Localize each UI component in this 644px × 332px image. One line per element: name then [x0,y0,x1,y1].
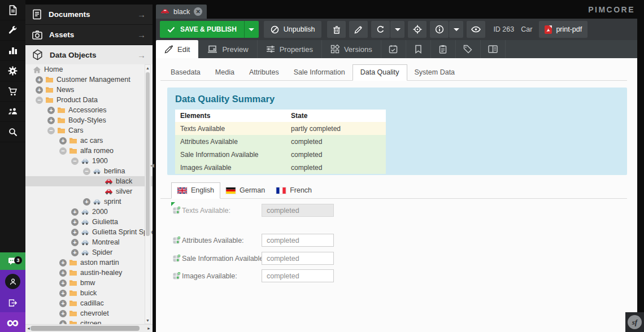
reload-button[interactable] [371,21,390,38]
expand-icon[interactable]: + [59,290,67,297]
tree-vertical-scrollbar[interactable]: ▲ ▼ [145,64,151,324]
tree-item-2000[interactable]: +2000 [25,207,153,217]
accordion-documents[interactable]: Documents → [25,5,153,25]
field-value-input[interactable]: completed [262,234,334,247]
tree-item-cars[interactable]: −Cars [25,125,153,136]
expand-icon[interactable]: + [59,269,67,277]
expand-icon[interactable]: + [36,86,43,94]
preview-eye-button[interactable] [467,21,485,38]
collapse-icon[interactable]: − [71,158,79,165]
info-options-dropdown[interactable] [449,21,463,38]
expand-icon[interactable]: + [59,137,67,145]
expand-icon[interactable]: + [71,249,79,256]
language-tab-french[interactable]: French [271,183,317,198]
save-publish-button[interactable]: SAVE & PUBLISH [160,21,244,38]
search-menu-button[interactable] [0,122,25,142]
tree-item-gulietta-sprint-specia[interactable]: +Gulietta Sprint Specia [25,227,153,237]
notifications-button[interactable]: 3 [0,252,25,270]
tags-button[interactable] [456,40,481,58]
logout-button[interactable] [0,293,25,312]
expand-icon[interactable]: + [59,300,67,307]
tree-item-berlina[interactable]: −berlina [25,166,153,176]
field-value-input[interactable]: completed [262,269,334,282]
tab-preview[interactable]: Preview [199,40,257,58]
rename-button[interactable] [349,21,368,38]
unpublish-button[interactable]: Unpublish [264,21,322,38]
horizontal-scroll-thumb[interactable] [31,326,140,331]
layout-button[interactable] [481,40,506,58]
tree-item-product-data[interactable]: −Product Data [25,95,153,105]
marketing-menu-button[interactable] [0,41,25,61]
expand-icon[interactable]: + [59,259,67,267]
collapse-icon[interactable]: − [36,97,43,104]
vertical-scroll-thumb[interactable] [146,72,150,236]
scroll-down-icon[interactable]: ▼ [145,318,150,322]
expand-icon[interactable]: + [71,229,79,236]
scroll-right-icon[interactable]: ► [147,326,151,330]
tree-item-austin-healey[interactable]: +austin-healey [25,268,153,278]
expand-icon[interactable]: + [59,310,67,317]
expand-icon[interactable]: + [71,208,79,216]
reload-options-dropdown[interactable] [390,21,404,38]
content-tab-basedata[interactable]: Basedata [163,65,208,80]
accordion-assets[interactable]: Assets → [25,25,153,45]
schedule-button[interactable] [381,40,406,58]
customers-menu-button[interactable] [0,102,25,122]
content-tab-system-data[interactable]: System Data [407,65,463,80]
tree-item-ac-cars[interactable]: +ac cars [25,136,153,146]
tab-versions[interactable]: Versions [322,40,381,58]
notes-button[interactable] [406,40,431,58]
collapse-icon[interactable]: − [83,168,90,175]
open-object-tab[interactable]: black ✕ [156,5,207,19]
field-value-input[interactable]: completed [262,252,334,265]
tree-item-buick[interactable]: +buick [25,288,153,298]
user-profile-button[interactable] [0,270,25,293]
tree-item-alfa-romeo[interactable]: −alfa romeo [25,146,153,156]
tab-edit[interactable]: Edit [156,40,198,58]
tree-item-silver[interactable]: silver [25,186,153,196]
scroll-up-icon[interactable]: ▲ [145,66,150,70]
tree-item-cadillac[interactable]: +cadillac [25,298,153,308]
settings-menu-button[interactable] [0,61,25,81]
tree-item-accessories[interactable]: +Accessories [25,105,153,115]
tree-item-bmw[interactable]: +bmw [25,278,153,288]
locate-in-tree-button[interactable] [408,21,427,38]
tree-item-home[interactable]: Home [25,64,153,75]
content-tab-sale-information[interactable]: Sale Information [286,65,353,80]
reports-button[interactable] [431,40,456,58]
expand-icon[interactable]: + [36,76,43,84]
tree-item-news[interactable]: +News [25,85,153,95]
delete-button[interactable] [327,21,346,38]
collapse-icon[interactable]: − [59,147,67,155]
tab-properties[interactable]: Properties [258,40,322,58]
tree-item-spider[interactable]: +Spider [25,247,153,257]
tree-horizontal-scrollbar[interactable]: ◄ ► [25,324,153,332]
tree-item-sprint[interactable]: +sprint [25,196,153,207]
expand-icon[interactable]: + [47,107,55,114]
save-options-dropdown[interactable] [244,21,259,38]
tree-item-giulietta[interactable]: +Giulietta [25,217,153,227]
tree-item-1900[interactable]: −1900 [25,156,153,166]
info-button[interactable] [430,21,449,38]
content-tab-attributes[interactable]: Attributes [242,65,286,80]
tree-item-aston-martin[interactable]: +aston martin [25,257,153,268]
field-value-input[interactable]: completed [262,204,334,217]
symfony-profiler-toggle[interactable]: sf [625,312,644,332]
expand-icon[interactable]: + [59,279,67,287]
content-tab-media[interactable]: Media [208,65,242,80]
expand-icon[interactable]: + [71,219,79,226]
language-tab-german[interactable]: German [220,183,271,198]
print-pdf-button[interactable]: print-pdf [539,21,588,38]
expand-icon[interactable]: + [59,320,67,325]
tree-item-chevrolet[interactable]: +chevrolet [25,308,153,318]
panel-collapse-handle[interactable]: ◀ [150,163,154,168]
tree-item-black[interactable]: black [25,176,153,186]
tools-menu-button[interactable] [0,20,25,41]
tree-item-montreal[interactable]: +Montreal [25,237,153,247]
close-icon[interactable]: ✕ [194,7,202,16]
tree-item-citroen[interactable]: +citroen [25,318,153,324]
scroll-left-icon[interactable]: ◄ [27,326,31,330]
tree-item-customer-management[interactable]: +Customer Management [25,75,153,85]
file-menu-button[interactable] [0,0,25,20]
expand-icon[interactable]: + [83,198,90,206]
